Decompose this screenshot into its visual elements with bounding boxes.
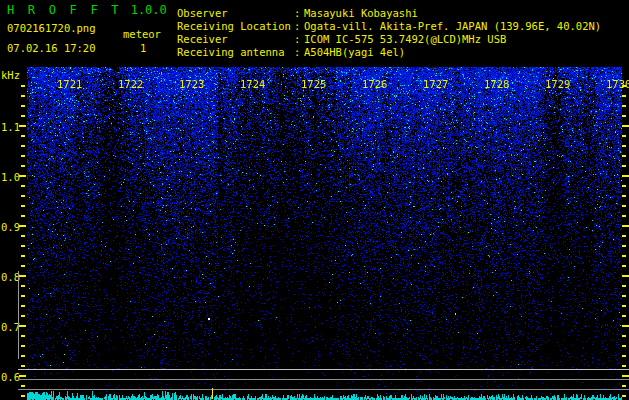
freq-axis-label: 1.0: [1, 171, 20, 183]
freq-minor-tick: [21, 235, 25, 237]
time-axis-label: 1724: [240, 78, 265, 90]
freq-minor-tick-right: [622, 285, 626, 287]
axis-vertical-line: [18, 271, 19, 359]
time-axis-label: 1729: [545, 78, 570, 90]
time-axis-label: 1721: [57, 78, 82, 90]
freq-minor-tick: [21, 115, 25, 117]
freq-minor-tick: [21, 385, 25, 387]
freq-minor-tick-right: [622, 385, 626, 387]
time-axis-label: 1723: [179, 78, 204, 90]
freq-minor-tick-right: [622, 355, 626, 357]
freq-minor-tick-right: [622, 115, 626, 117]
time-axis-label: 1730: [606, 78, 629, 90]
freq-minor-tick-right: [622, 215, 626, 217]
spectrogram-canvas: [27, 67, 622, 400]
meteor-count: 1: [140, 42, 146, 54]
freq-minor-tick-right: [622, 195, 626, 197]
time-axis-label: 1725: [301, 78, 326, 90]
freq-minor-tick-right: [622, 265, 626, 267]
freq-major-tick-right: [622, 225, 629, 227]
freq-minor-tick-right: [622, 345, 626, 347]
info-value: ICOM IC-575 53.7492(@LCD)MHz USB: [304, 33, 506, 45]
freq-major-tick-right: [622, 375, 629, 377]
freq-minor-tick: [21, 85, 25, 87]
freq-minor-tick-right: [622, 305, 626, 307]
freq-minor-tick: [21, 345, 25, 347]
info-value: Ogata-vill. Akita-Pref. JAPAN (139.96E, …: [304, 20, 601, 32]
freq-minor-tick: [21, 95, 25, 97]
station-info-row: Receiving antenna:A504HB(yagi 4el): [177, 46, 405, 58]
station-info-row: Receiver:ICOM IC-575 53.7492(@LCD)MHz US…: [177, 33, 506, 45]
freq-major-tick: [19, 225, 26, 227]
info-value: Masayuki Kobayashi: [304, 7, 418, 19]
freq-minor-tick: [21, 305, 25, 307]
freq-minor-tick: [21, 315, 25, 317]
info-label: Observer: [177, 7, 294, 19]
freq-minor-tick-right: [622, 245, 626, 247]
freq-axis-label: 1.1: [1, 121, 20, 133]
freq-major-tick-right: [622, 175, 629, 177]
hrofft-window: H R O F F T1.0.0 0702161720.png meteor 0…: [0, 0, 629, 400]
freq-minor-tick: [21, 365, 25, 367]
freq-major-tick: [19, 175, 26, 177]
freq-minor-tick: [21, 335, 25, 337]
info-value: A504HB(yagi 4el): [304, 46, 405, 58]
freq-minor-tick-right: [622, 295, 626, 297]
freq-minor-tick: [21, 165, 25, 167]
freq-minor-tick: [21, 265, 25, 267]
freq-minor-tick: [21, 295, 25, 297]
info-label: Receiving antenna: [177, 46, 294, 58]
level-grid-line-top: [18, 369, 629, 370]
freq-minor-tick-right: [622, 95, 626, 97]
freq-minor-tick: [21, 355, 25, 357]
freq-minor-tick-right: [622, 185, 626, 187]
info-label: Receiving Location: [177, 20, 294, 32]
freq-minor-tick: [21, 395, 25, 397]
time-axis-label: 1728: [484, 78, 509, 90]
info-separator: :: [294, 20, 304, 32]
mode-label: meteor: [123, 28, 161, 40]
level-grid-line-middle: [18, 379, 629, 380]
freq-minor-tick-right: [622, 205, 626, 207]
info-separator: :: [294, 7, 304, 19]
freq-major-tick-right: [622, 325, 629, 327]
freq-minor-tick: [21, 205, 25, 207]
freq-major-tick: [19, 125, 26, 127]
app-version: 1.0.0: [131, 3, 167, 17]
freq-minor-tick-right: [622, 145, 626, 147]
freq-minor-tick: [21, 195, 25, 197]
freq-axis-unit: kHz: [1, 69, 20, 81]
freq-minor-tick-right: [622, 395, 626, 397]
freq-minor-tick: [21, 135, 25, 137]
station-info-row: Observer:Masayuki Kobayashi: [177, 7, 418, 19]
freq-minor-tick-right: [622, 235, 626, 237]
freq-major-tick-right: [622, 125, 629, 127]
info-separator: :: [294, 46, 304, 58]
info-separator: :: [294, 33, 304, 45]
filename-label: 0702161720.png: [7, 22, 96, 34]
freq-minor-tick-right: [622, 255, 626, 257]
event-marker-line: [212, 388, 213, 399]
freq-minor-tick: [21, 255, 25, 257]
info-label: Receiver: [177, 33, 294, 45]
freq-minor-tick: [21, 155, 25, 157]
freq-minor-tick: [21, 145, 25, 147]
freq-minor-tick: [21, 215, 25, 217]
app-title-text: H R O F F T: [7, 3, 122, 17]
freq-minor-tick-right: [622, 315, 626, 317]
freq-axis-label: 0.9: [1, 221, 20, 233]
level-grid-line-bottom: [18, 389, 629, 390]
freq-minor-tick-right: [622, 165, 626, 167]
freq-minor-tick: [21, 245, 25, 247]
time-axis-label: 1722: [118, 78, 143, 90]
freq-major-tick: [19, 375, 26, 377]
app-title: H R O F F T1.0.0: [7, 3, 167, 17]
freq-major-tick: [19, 325, 26, 327]
freq-minor-tick: [21, 185, 25, 187]
freq-axis-label: 0.6: [1, 371, 20, 383]
freq-minor-tick-right: [622, 365, 626, 367]
time-axis-label: 1727: [423, 78, 448, 90]
freq-minor-tick-right: [622, 135, 626, 137]
freq-major-tick-right: [622, 275, 629, 277]
freq-minor-tick: [21, 285, 25, 287]
